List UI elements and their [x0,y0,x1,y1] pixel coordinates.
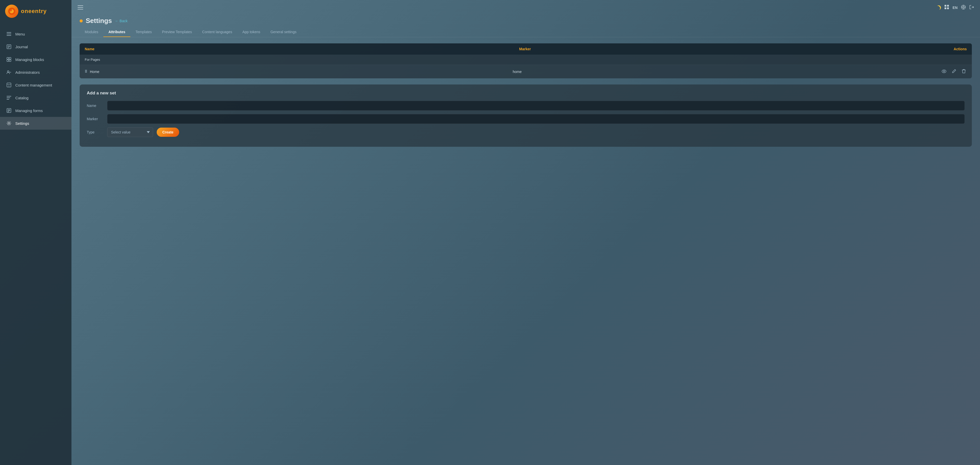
svg-rect-21 [6,99,9,100]
sidebar-item-label: Managing forms [15,108,43,113]
page-header: Settings ← Back [72,15,980,25]
tab-attributes[interactable]: Attributes [103,27,130,37]
logo-area: oneentry [0,0,72,22]
svg-rect-32 [945,7,946,9]
sidebar-item-journal[interactable]: Journal [0,40,72,53]
help-icon[interactable] [961,5,966,11]
name-form-row: Name [87,101,965,110]
settings-icon [6,121,12,126]
tab-templates[interactable]: Templates [130,27,157,37]
tab-general-settings[interactable]: General settings [266,27,302,37]
name-label: Name [87,104,107,108]
marker-form-row: Marker [87,114,965,124]
table-header: Name Marker Actions [80,43,972,55]
svg-point-44 [86,71,87,72]
svg-rect-28 [78,7,83,8]
sidebar-item-settings[interactable]: Settings [0,117,72,130]
logo-icon [5,5,18,18]
sidebar-item-menu[interactable]: Menu [0,27,72,40]
row-marker-cell: home [513,70,941,74]
theme-toggle[interactable] [935,5,942,11]
svg-rect-29 [78,9,83,10]
svg-rect-27 [78,5,83,6]
svg-point-14 [7,71,9,72]
edit-action-button[interactable] [951,68,957,75]
svg-point-42 [86,70,87,71]
marker-input[interactable] [107,114,965,124]
hamburger-button[interactable] [78,5,83,11]
svg-rect-11 [9,57,11,59]
svg-rect-25 [8,111,9,112]
logout-icon[interactable] [969,5,974,11]
svg-rect-3 [6,32,11,33]
sidebar-item-label: Administrators [15,70,40,75]
svg-rect-20 [6,97,10,98]
svg-point-48 [943,71,945,72]
menu-icon [6,31,12,37]
tab-app-tokens[interactable]: App tokens [237,27,266,37]
sidebar-item-managing-blocks[interactable]: Managing blocks [0,53,72,66]
svg-rect-12 [7,60,9,62]
logo-text: oneentry [21,8,47,14]
svg-rect-4 [6,34,11,34]
row-name-value: Home [90,70,99,74]
svg-rect-8 [8,47,10,47]
svg-point-41 [85,70,86,71]
main-content: EN Settings ← Back Modules Attributes Te… [72,0,980,465]
page-dot [80,19,83,22]
add-set-panel: Add a new set Name Marker Type Select va… [80,84,972,147]
svg-point-46 [86,72,87,73]
row-name-cell: Home [85,69,513,74]
svg-rect-7 [8,46,10,46]
back-label: Back [120,19,127,23]
marker-label: Marker [87,117,107,121]
page-title: Settings [86,17,112,25]
add-set-title: Add a new set [87,91,965,96]
table-section-for-pages: For Pages [80,55,972,65]
sidebar-item-catalog[interactable]: Catalog [0,91,72,104]
forms-icon [6,108,12,113]
svg-rect-9 [8,48,9,48]
name-input[interactable] [107,101,965,110]
svg-point-26 [8,123,10,124]
type-label: Type [87,130,107,134]
col-marker: Marker [519,47,953,51]
view-action-button[interactable] [941,68,947,75]
svg-rect-10 [7,57,9,59]
admin-icon [6,69,12,75]
back-button[interactable]: ← Back [115,19,127,23]
svg-rect-23 [8,110,10,110]
svg-rect-5 [6,35,11,36]
grid-icon[interactable] [945,5,949,11]
sidebar-item-label: Journal [15,45,28,49]
tab-preview-templates[interactable]: Preview Templates [157,27,197,37]
content-icon [6,82,12,88]
svg-point-35 [963,6,964,8]
attributes-table: Name Marker Actions For Pages Home home [80,43,972,78]
svg-point-45 [85,72,86,73]
sidebar-item-label: Managing blocks [15,57,44,62]
lang-label[interactable]: EN [953,6,958,10]
col-name: Name [85,47,519,51]
create-button[interactable]: Create [157,127,179,137]
svg-point-47 [942,70,946,73]
sidebar-item-label: Catalog [15,96,29,100]
sidebar: oneentry Menu Journal Managing blocks [0,0,72,465]
sidebar-item-content-management[interactable]: Content management [0,79,72,91]
tab-content-languages[interactable]: Content languages [197,27,237,37]
journal-icon [6,44,12,49]
svg-point-43 [85,71,86,72]
sidebar-item-managing-forms[interactable]: Managing forms [0,104,72,117]
drag-icon [85,69,87,74]
svg-rect-19 [6,96,11,97]
catalog-icon [6,95,12,100]
sidebar-item-label: Menu [15,32,25,36]
blocks-icon [6,57,12,62]
sidebar-item-label: Settings [15,121,29,126]
svg-point-2 [10,9,12,11]
sidebar-item-administrators[interactable]: Administrators [0,66,72,79]
delete-action-button[interactable] [961,68,967,75]
tab-modules[interactable]: Modules [80,27,103,37]
svg-rect-24 [8,110,10,111]
type-select[interactable]: Select value [107,127,153,137]
